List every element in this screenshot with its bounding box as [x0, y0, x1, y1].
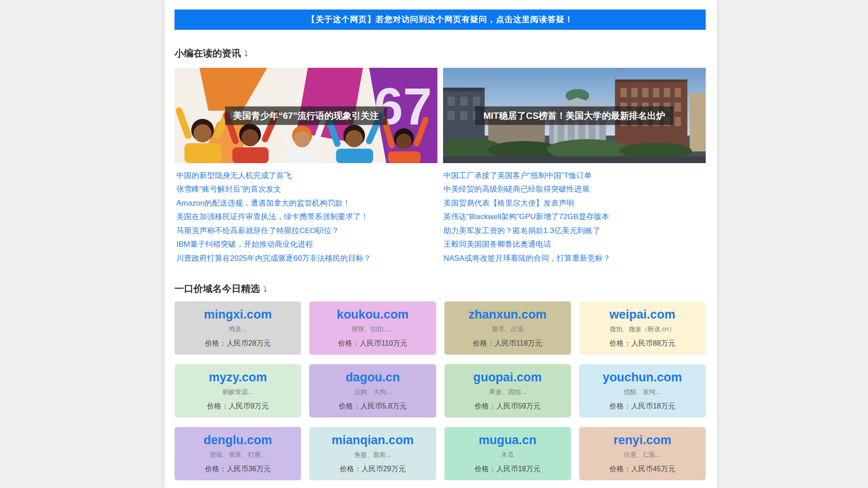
featured-caption-right-text: MIT稳居了CS榜首！美国大学的最新排名出炉: [483, 110, 665, 120]
domain-card[interactable]: denglu.com 登陆、登录、灯鹿... 价格：人民币36万元: [175, 427, 301, 480]
domain-description: 达购、大狗...: [309, 388, 436, 396]
domain-name: koukou.com: [309, 308, 436, 321]
news-link[interactable]: 中美经贸的高级别磋商已经取得突破性进展: [443, 184, 590, 194]
news-link[interactable]: 张雪峰“账号解封后”的首次发文: [176, 184, 281, 194]
news-section-heading: 小编在读的资讯⤵: [175, 48, 706, 59]
top-notice-text: 【关于这个网页】若您对访问到这个网页有疑问，点击这里阅读答疑！: [307, 15, 573, 24]
domains-section-title: 一口价域名今日精选: [175, 283, 260, 294]
domain-price: 价格：人民币9万元: [175, 402, 301, 411]
domain-price: 价格：人民币110万元: [309, 339, 436, 348]
domain-price: 价格：人民币29万元: [309, 465, 436, 474]
news-list-right: 中国工厂承接了美国客户“抵制中国”T恤订单 中美经贸的高级别磋商已经取得突破性进…: [439, 169, 706, 265]
domain-card[interactable]: zhanxun.com 展寻、占迅 价格：人民币118万元: [444, 301, 571, 355]
domain-description: 蚂蚁资源...: [175, 388, 301, 396]
domain-name: dagou.cn: [309, 371, 436, 384]
list-item: 中国的新型隐身无人机完成了首飞: [176, 169, 439, 183]
domain-price: 价格：人民币18万元: [444, 465, 571, 474]
featured-caption-left-text: 美国青少年“67”流行语的现象引关注: [233, 110, 379, 120]
domain-card[interactable]: mugua.cn 木瓜 价格：人民币18万元: [444, 427, 571, 480]
domain-card[interactable]: guopai.com 果派、国拍... 价格：人民币59万元: [444, 364, 571, 418]
list-item: 王毅同美国国务卿鲁比奥通电话: [443, 238, 706, 252]
domain-description: 鸣喜...: [175, 325, 301, 333]
news-link[interactable]: 助力美军发工资的？匿名捐款1.3亿美元到账了: [443, 225, 600, 236]
domain-price: 价格：人民币18万元: [579, 402, 706, 411]
domain-price: 价格：人民币5.8万元: [309, 402, 436, 411]
list-item: Amazon的配送违规，遭遇加拿大的监管机构罚款！: [176, 196, 439, 210]
domain-card[interactable]: koukou.com 抠抠、扣扣...... 价格：人民币110万元: [309, 301, 436, 355]
domain-description: 微拍、微派（附送.cn）: [579, 325, 706, 333]
domain-name: weipai.com: [579, 308, 706, 321]
top-notice-banner[interactable]: 【关于这个网页】若您对访问到这个网页有疑问，点击这里阅读答疑！: [175, 9, 706, 30]
featured-row: 67: [175, 68, 706, 163]
news-link[interactable]: 马斯克声称不给高薪就辞任了特斯拉CEO职位？: [176, 225, 339, 236]
domain-description: 任意、仁医...: [579, 451, 706, 459]
list-item: 助力美军发工资的？匿名捐款1.3亿美元到账了: [443, 224, 706, 238]
news-link[interactable]: 英伟达“Blackwell架构”GPU新增了72GB显存版本: [443, 211, 609, 222]
domain-name: mugua.cn: [444, 433, 571, 447]
domain-description: 果派、国拍...: [444, 388, 571, 396]
news-link[interactable]: 川普政府打算在2025年内完成驱逐60万非法移民的目标？: [176, 253, 371, 263]
domain-name: myzy.com: [175, 371, 301, 384]
domain-name: youchun.com: [579, 371, 706, 384]
news-link[interactable]: 美国在加强移民证件审查执法，绿卡携带系强制要求了！: [176, 211, 368, 222]
list-item: 川普政府打算在2025年内完成驱逐60万非法移民的目标？: [176, 251, 439, 265]
domain-card[interactable]: mianqian.com 免签、面前... 价格：人民币29万元: [309, 427, 436, 480]
domain-name: denglu.com: [175, 433, 301, 447]
arrow-down-right-icon: ⤵: [263, 285, 267, 294]
news-link[interactable]: 王毅同美国国务卿鲁比奥通电话: [443, 239, 551, 249]
domains-section-heading: 一口价域名今日精选⤵: [175, 283, 706, 294]
domain-price: 价格：人民币88万元: [579, 339, 706, 348]
featured-caption-right: MIT稳居了CS榜首！美国大学的最新排名出炉: [475, 106, 673, 125]
list-item: IBM量子纠错突破，开始推动商业化进程: [176, 238, 439, 252]
domain-grid: mingxi.com 鸣喜... 价格：人民币28万元 koukou.com 抠…: [175, 301, 706, 480]
list-item: 美国在加强移民证件审查执法，绿卡携带系强制要求了！: [176, 210, 439, 224]
list-item: 马斯克声称不给高薪就辞任了特斯拉CEO职位？: [176, 224, 439, 238]
list-item: NASA或将改签月球着陆的合同，打算重新竞标？: [443, 251, 706, 265]
domain-name: mianqian.com: [309, 433, 436, 447]
domain-name: guopai.com: [444, 371, 571, 384]
featured-caption-left: 美国青少年“67”流行语的现象引关注: [225, 106, 387, 125]
content-column: 【关于这个网页】若您对访问到这个网页有疑问，点击这里阅读答疑！ 小编在读的资讯⤵…: [165, 0, 717, 488]
list-item: 美国贸易代表【格里尔大使】发表声明: [443, 196, 706, 210]
list-item: 中国工厂承接了美国客户“抵制中国”T恤订单: [443, 169, 706, 183]
domain-card[interactable]: weipai.com 微拍、微派（附送.cn） 价格：人民币88万元: [579, 301, 706, 355]
domain-description: 抠抠、扣扣......: [309, 325, 436, 333]
domain-description: 登陆、登录、灯鹿...: [175, 451, 301, 459]
featured-article-right[interactable]: MIT稳居了CS榜首！美国大学的最新排名出炉: [443, 68, 706, 163]
news-link[interactable]: NASA或将改签月球着陆的合同，打算重新竞标？: [443, 253, 610, 263]
domain-card[interactable]: dagou.cn 达购、大狗... 价格：人民币5.8万元: [309, 364, 436, 418]
news-section-title: 小编在读的资讯: [175, 48, 241, 58]
domain-price: 价格：人民币59万元: [444, 402, 571, 411]
domain-description: 免签、面前...: [309, 451, 436, 459]
domain-name: renyi.com: [579, 433, 706, 447]
domain-name: mingxi.com: [175, 308, 301, 321]
news-list-left: 中国的新型隐身无人机完成了首飞 张雪峰“账号解封后”的首次发文 Amazon的配…: [175, 169, 439, 265]
domain-name: zhanxun.com: [444, 308, 571, 321]
list-item: 张雪峰“账号解封后”的首次发文: [176, 183, 439, 197]
list-item: 英伟达“Blackwell架构”GPU新增了72GB显存版本: [443, 210, 706, 224]
domain-price: 价格：人民币28万元: [175, 339, 301, 348]
domain-description: 展寻、占迅: [444, 325, 571, 333]
news-lists: 中国的新型隐身无人机完成了首飞 张雪峰“账号解封后”的首次发文 Amazon的配…: [175, 169, 706, 265]
domain-price: 价格：人民币45万元: [579, 465, 706, 474]
domain-card[interactable]: youchun.com 优醇、友纯... 价格：人民币18万元: [579, 364, 706, 418]
news-link[interactable]: 中国的新型隐身无人机完成了首飞: [176, 170, 292, 181]
domain-card[interactable]: mingxi.com 鸣喜... 价格：人民币28万元: [175, 301, 301, 355]
list-item: 中美经贸的高级别磋商已经取得突破性进展: [443, 183, 706, 197]
news-link[interactable]: 美国贸易代表【格里尔大使】发表声明: [443, 198, 574, 208]
domain-price: 价格：人民币118万元: [444, 339, 571, 348]
news-link[interactable]: Amazon的配送违规，遭遇加拿大的监管机构罚款！: [176, 198, 350, 208]
domain-price: 价格：人民币36万元: [175, 465, 301, 474]
domain-card[interactable]: myzy.com 蚂蚁资源... 价格：人民币9万元: [175, 364, 301, 418]
domain-description: 木瓜: [444, 451, 571, 459]
news-link[interactable]: IBM量子纠错突破，开始推动商业化进程: [176, 239, 313, 249]
featured-article-left[interactable]: 67: [175, 68, 438, 163]
arrow-down-right-icon: ⤵: [244, 50, 248, 58]
domain-description: 优醇、友纯...: [579, 388, 706, 396]
domain-card[interactable]: renyi.com 任意、仁医... 价格：人民币45万元: [579, 427, 706, 480]
news-link[interactable]: 中国工厂承接了美国客户“抵制中国”T恤订单: [443, 170, 592, 181]
page: { "page": { "top_banner": "【关于这个网页】若您对访问…: [0, 0, 868, 488]
content-inner: 【关于这个网页】若您对访问到这个网页有疑问，点击这里阅读答疑！ 小编在读的资讯⤵…: [175, 9, 706, 488]
